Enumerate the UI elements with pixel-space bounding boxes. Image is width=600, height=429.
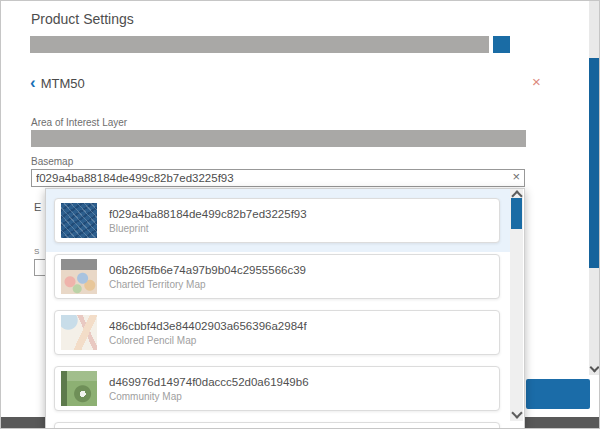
redacted-field[interactable] (30, 36, 489, 53)
basemap-dropdown-list: f029a4ba88184de499c82b7ed3225f93 Bluepri… (46, 189, 511, 429)
hidden-label-fragment: S (34, 247, 39, 256)
close-icon[interactable]: × (532, 74, 541, 89)
basemap-id: 486cbbf4d3e84402903a656396a2984f (109, 320, 307, 332)
basemap-option-text: 06b26f5fb6e74a97b9b04c2955566c39 Charted… (109, 264, 306, 290)
basemap-id: 06b26f5fb6e74a97b9b04c2955566c39 (109, 264, 306, 276)
page-title: Product Settings (31, 11, 134, 27)
basemap-field-label: Basemap (31, 156, 73, 167)
basemap-dropdown: f029a4ba88184de499c82b7ed3225f93 Bluepri… (45, 188, 525, 429)
window-scroll-down-icon[interactable] (590, 363, 600, 373)
window-scrollbar[interactable] (589, 1, 599, 375)
hidden-label-fragment: E (34, 201, 41, 213)
basemap-id: d469976d14974f0daccc52d0a61949b6 (109, 376, 309, 388)
aoi-redacted-input[interactable] (31, 130, 526, 147)
basemap-option[interactable]: 486cbbf4d3e84402903a656396a2984f Colored… (54, 310, 500, 355)
basemap-id: f029a4ba88184de499c82b7ed3225f93 (109, 208, 307, 220)
back-label: MTM50 (41, 76, 85, 91)
basemap-option-text: f029a4ba88184de499c82b7ed3225f93 Bluepri… (109, 208, 307, 234)
primary-action-button[interactable] (526, 379, 590, 409)
chevron-left-icon: ‹ (30, 75, 36, 91)
basemap-name: Colored Pencil Map (109, 335, 307, 346)
basemap-option[interactable]: 06b26f5fb6e74a97b9b04c2955566c39 Charted… (54, 254, 500, 299)
clear-icon[interactable]: × (512, 170, 520, 184)
back-button[interactable]: ‹ MTM50 (30, 75, 85, 91)
aoi-field-label: Area of Interest Layer (31, 117, 127, 128)
basemap-name: Charted Territory Map (109, 279, 306, 290)
basemap-thumbnail-icon (61, 315, 97, 350)
dropdown-scrollbar-thumb[interactable] (511, 198, 522, 229)
basemap-option-partial[interactable] (54, 422, 500, 429)
basemap-option-text: d469976d14974f0daccc52d0a61949b6 Communi… (109, 376, 309, 402)
basemap-option[interactable]: f029a4ba88184de499c82b7ed3225f93 Bluepri… (54, 198, 500, 243)
scroll-down-icon[interactable] (511, 407, 522, 418)
basemap-name: Blueprint (109, 223, 307, 234)
basemap-option-text: 486cbbf4d3e84402903a656396a2984f Colored… (109, 320, 307, 346)
window-scrollbar-thumb[interactable] (589, 58, 599, 268)
basemap-thumbnail-icon (61, 203, 97, 238)
redacted-action-button[interactable] (493, 36, 510, 53)
basemap-input-wrap: × (31, 168, 525, 186)
basemap-thumbnail-icon (61, 259, 97, 294)
basemap-thumbnail-icon (61, 371, 97, 406)
basemap-option[interactable]: d469976d14974f0daccc52d0a61949b6 Communi… (54, 366, 500, 411)
product-settings-window: Product Settings ‹ MTM50 × Area of Inter… (0, 0, 600, 429)
basemap-input[interactable] (31, 169, 525, 187)
basemap-name: Community Map (109, 391, 309, 402)
dropdown-scrollbar[interactable] (510, 189, 523, 421)
